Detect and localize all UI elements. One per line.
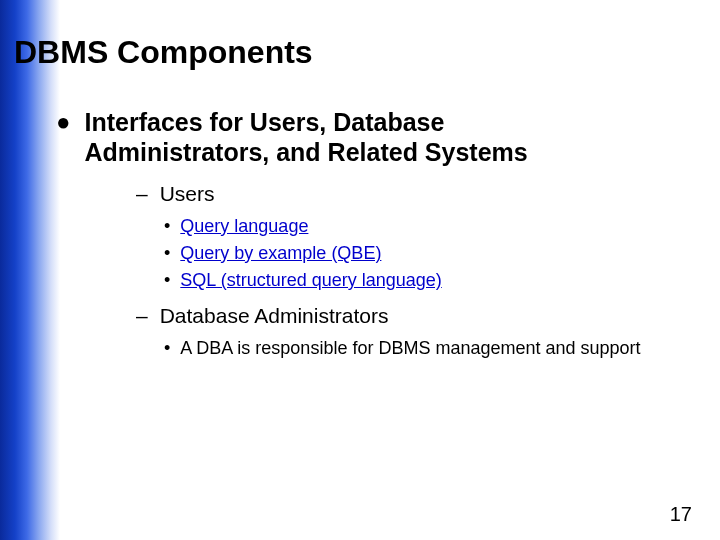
dash-icon: – [136, 303, 148, 329]
users-items: • Query language • Query by example (QBE… [164, 215, 700, 291]
dba-description: A DBA is responsible for DBMS management… [180, 337, 640, 359]
page-number: 17 [670, 503, 692, 526]
sub-list: – Users • Query language • Query by exam… [136, 181, 700, 359]
list-item: • Query by example (QBE) [164, 242, 700, 264]
bullet-dot-icon: • [164, 242, 170, 264]
dba-items: • A DBA is responsible for DBMS manageme… [164, 337, 700, 359]
slide-title: DBMS Components [14, 34, 700, 71]
bullet-dot-icon: • [164, 215, 170, 237]
sub-heading: Users [160, 181, 215, 207]
list-item: • SQL (structured query language) [164, 269, 700, 291]
list-item: • Query language [164, 215, 700, 237]
slide-content: DBMS Components ● Interfaces for Users, … [14, 34, 700, 359]
bullet-dot-icon: • [164, 337, 170, 359]
link-sql[interactable]: SQL (structured query language) [180, 269, 441, 291]
sub-heading: Database Administrators [160, 303, 389, 329]
bullet-dot-icon: • [164, 269, 170, 291]
main-bullet: ● Interfaces for Users, Database Adminis… [56, 107, 700, 359]
main-bullet-text: Interfaces for Users, Database Administr… [85, 107, 625, 167]
list-item: • A DBA is responsible for DBMS manageme… [164, 337, 700, 359]
bullet-disc-icon: ● [56, 107, 71, 137]
sub-item-dbas: – Database Administrators [136, 303, 700, 329]
link-qbe[interactable]: Query by example (QBE) [180, 242, 381, 264]
sub-item-users: – Users [136, 181, 700, 207]
link-query-language[interactable]: Query language [180, 215, 308, 237]
dash-icon: – [136, 181, 148, 207]
